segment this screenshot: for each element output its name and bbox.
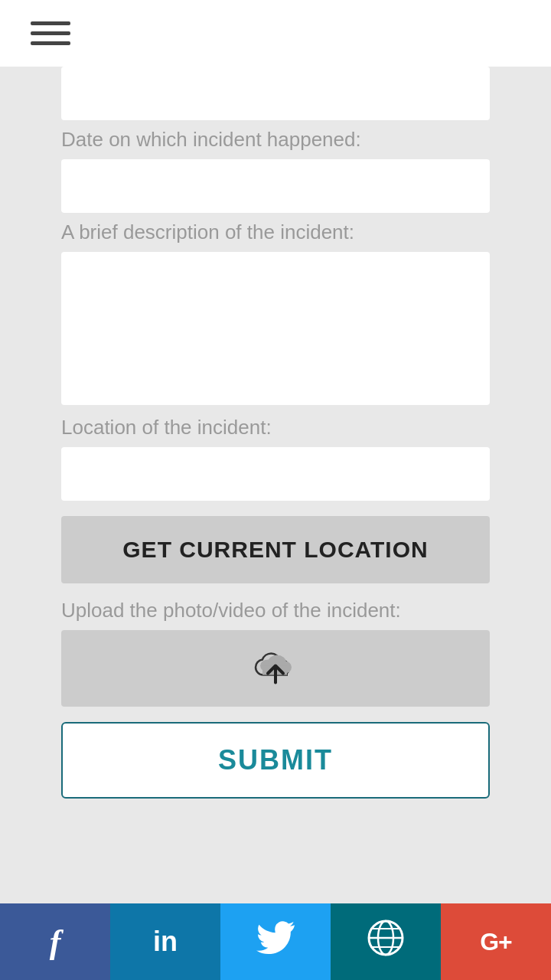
twitter-button[interactable] xyxy=(220,903,331,980)
location-label: Location of the incident: xyxy=(61,416,490,439)
description-input[interactable] xyxy=(61,252,490,405)
linkedin-icon: in xyxy=(153,926,178,958)
linkedin-button[interactable]: in xyxy=(110,903,220,980)
top-partial-field xyxy=(61,67,490,120)
globe-icon xyxy=(366,918,406,965)
description-label: A brief description of the incident: xyxy=(61,220,490,244)
google-plus-button[interactable]: G+ xyxy=(441,903,551,980)
google-plus-icon: G+ xyxy=(480,928,512,956)
date-label: Date on which incident happened: xyxy=(61,128,490,152)
get-location-button[interactable]: GET CURRENT LOCATION xyxy=(61,516,490,583)
web-button[interactable] xyxy=(331,903,441,980)
menu-button[interactable] xyxy=(31,21,70,45)
social-footer: f in G+ xyxy=(0,903,551,980)
facebook-icon: f xyxy=(50,923,61,962)
location-field-group: Location of the incident: xyxy=(61,416,490,501)
facebook-button[interactable]: f xyxy=(0,903,110,980)
form-container: Date on which incident happened: A brief… xyxy=(0,67,551,906)
header xyxy=(0,0,551,67)
twitter-icon xyxy=(256,921,295,962)
upload-icon xyxy=(253,644,298,693)
submit-button[interactable]: SUBMIT xyxy=(61,722,490,799)
upload-area[interactable] xyxy=(61,630,490,707)
date-field-group: Date on which incident happened: xyxy=(61,128,490,213)
location-input[interactable] xyxy=(61,447,490,501)
description-field-group: A brief description of the incident: xyxy=(61,220,490,408)
upload-label: Upload the photo/video of the incident: xyxy=(61,599,490,622)
date-input[interactable] xyxy=(61,159,490,213)
